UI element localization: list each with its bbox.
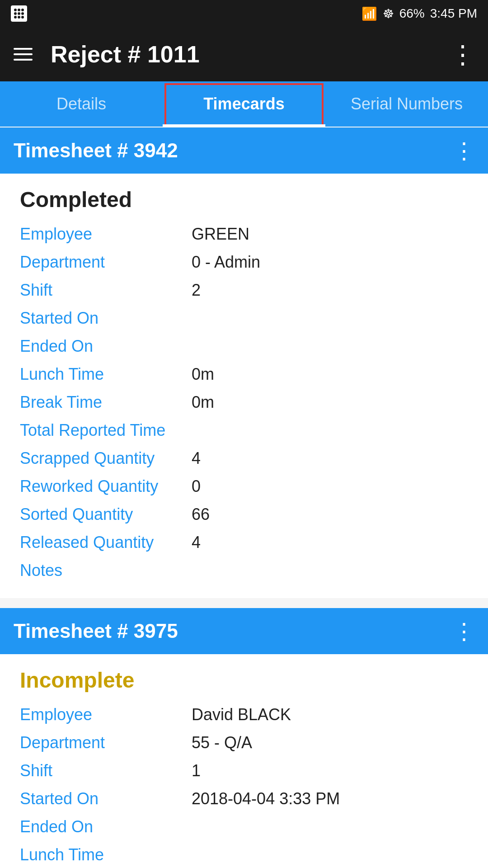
field-reworked-quantity-value: 0 — [192, 477, 468, 496]
field-reworked-quantity-label: Reworked Quantity — [20, 477, 192, 496]
app-bar: Reject # 1011 ⋮ — [0, 27, 488, 81]
field-department-label: Department — [20, 253, 192, 272]
field-2-department-label: Department — [20, 733, 192, 752]
field-2-employee: Employee David BLACK — [20, 701, 468, 729]
field-break-time: Break Time 0m — [20, 388, 468, 416]
field-2-lunch-time-label: Lunch Time — [20, 845, 192, 864]
tab-timecards-label: Timecards — [203, 94, 284, 113]
field-shift-label: Shift — [20, 281, 192, 300]
hamburger-line-1 — [14, 48, 33, 50]
timesheet-2-content: Incomplete Employee David BLACK Departme… — [0, 654, 488, 868]
field-2-started-on-label: Started On — [20, 789, 192, 808]
field-employee-value: GREEN — [192, 225, 468, 244]
tab-bar: Details Timecards Serial Numbers — [0, 81, 488, 127]
status-bar-left — [11, 5, 27, 22]
timesheet-2-status: Incomplete — [20, 668, 468, 693]
time-display: 3:45 PM — [430, 6, 477, 21]
field-notes-label: Notes — [20, 557, 468, 585]
field-employee-label: Employee — [20, 225, 192, 244]
field-scrapped-quantity-value: 4 — [192, 449, 468, 468]
field-started-on: Started On — [20, 304, 468, 332]
timesheet-1-title: Timesheet # 3942 — [14, 139, 178, 162]
field-2-employee-value: David BLACK — [192, 705, 468, 724]
blackberry-icon — [11, 5, 27, 22]
field-break-time-value: 0m — [192, 393, 468, 412]
page-title: Reject # 1011 — [51, 41, 432, 68]
more-options-button[interactable]: ⋮ — [450, 40, 474, 69]
battery-text: 66% — [399, 6, 425, 21]
timesheet-1-more-button[interactable]: ⋮ — [453, 137, 474, 164]
field-2-ended-on: Ended On — [20, 813, 468, 841]
field-released-quantity: Released Quantity 4 — [20, 528, 468, 557]
field-department-value: 0 - Admin — [192, 253, 468, 272]
field-shift: Shift 2 — [20, 276, 468, 304]
signal-icon: ☸ — [383, 6, 394, 21]
field-scrapped-quantity: Scrapped Quantity 4 — [20, 444, 468, 472]
field-released-quantity-label: Released Quantity — [20, 533, 192, 552]
timesheet-2-title: Timesheet # 3975 — [14, 620, 178, 642]
field-2-employee-label: Employee — [20, 705, 192, 724]
timesheet-1-content: Completed Employee GREEN Department 0 - … — [0, 174, 488, 598]
field-2-ended-on-label: Ended On — [20, 817, 192, 836]
field-ended-on: Ended On — [20, 332, 468, 360]
tab-serial-numbers-label: Serial Numbers — [351, 94, 463, 113]
tab-details[interactable]: Details — [0, 81, 163, 127]
field-break-time-label: Break Time — [20, 393, 192, 412]
field-reworked-quantity: Reworked Quantity 0 — [20, 472, 468, 500]
status-bar-right: 📶 ☸ 66% 3:45 PM — [361, 6, 477, 21]
field-2-shift: Shift 1 — [20, 757, 468, 785]
wifi-icon: 📶 — [361, 6, 377, 21]
field-total-reported-time: Total Reported Time — [20, 416, 468, 444]
tab-serial-numbers[interactable]: Serial Numbers — [325, 81, 488, 127]
timesheet-2-more-button[interactable]: ⋮ — [453, 618, 474, 644]
field-released-quantity-value: 4 — [192, 533, 468, 552]
field-2-department: Department 55 - Q/A — [20, 729, 468, 757]
field-department: Department 0 - Admin — [20, 248, 468, 276]
field-scrapped-quantity-label: Scrapped Quantity — [20, 449, 192, 468]
field-total-reported-time-label: Total Reported Time — [20, 421, 192, 440]
field-2-shift-label: Shift — [20, 761, 192, 780]
timesheet-1-status: Completed — [20, 187, 468, 212]
field-started-on-label: Started On — [20, 309, 192, 328]
hamburger-menu-button[interactable] — [14, 48, 33, 61]
field-2-department-value: 55 - Q/A — [192, 733, 468, 752]
field-2-started-on: Started On 2018-04-04 3:33 PM — [20, 785, 468, 813]
status-bar: 📶 ☸ 66% 3:45 PM — [0, 0, 488, 27]
hamburger-line-2 — [14, 53, 33, 55]
field-lunch-time: Lunch Time 0m — [20, 360, 468, 388]
field-employee: Employee GREEN — [20, 220, 468, 248]
field-sorted-quantity-value: 66 — [192, 505, 468, 524]
tab-details-label: Details — [56, 94, 106, 113]
section-gap — [0, 598, 488, 607]
timesheet-1-header: Timesheet # 3942 ⋮ — [0, 127, 488, 174]
timesheet-2-header: Timesheet # 3975 ⋮ — [0, 608, 488, 654]
field-lunch-time-value: 0m — [192, 365, 468, 384]
field-shift-value: 2 — [192, 281, 468, 300]
field-sorted-quantity: Sorted Quantity 66 — [20, 500, 468, 528]
tab-timecards[interactable]: Timecards — [163, 81, 325, 127]
field-2-shift-value: 1 — [192, 761, 468, 780]
field-lunch-time-label: Lunch Time — [20, 365, 192, 384]
field-ended-on-label: Ended On — [20, 337, 192, 356]
hamburger-line-3 — [14, 59, 33, 61]
field-2-lunch-time: Lunch Time — [20, 841, 468, 868]
field-sorted-quantity-label: Sorted Quantity — [20, 505, 192, 524]
field-2-started-on-value: 2018-04-04 3:33 PM — [192, 789, 468, 808]
